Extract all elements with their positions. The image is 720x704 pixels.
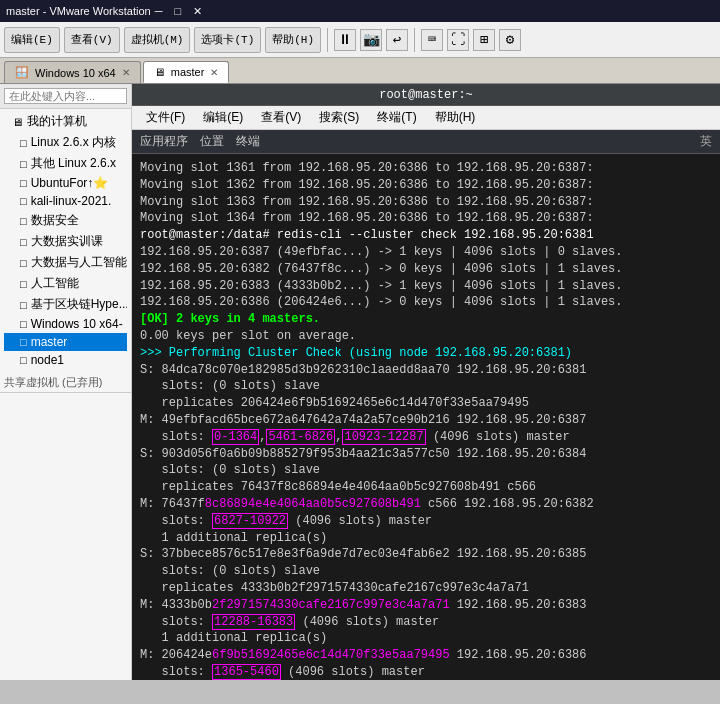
term-line-m3-slots: slots: 12288-16383 (4096 slots) master (140, 614, 712, 631)
term-line-6386: 192.168.95.20:6386 (206424e6...) -> 0 ke… (140, 294, 712, 311)
slot-box-2: 5461-6826 (266, 429, 335, 445)
vm-header: root@master:~ (132, 84, 720, 106)
ai-icon: □ (20, 278, 27, 290)
send-ctrl-alt-del-icon[interactable]: ⌨ (421, 29, 443, 51)
sidebar-item-win10[interactable]: □ Windows 10 x64- (4, 315, 127, 333)
slot-box-5: 12288-16383 (212, 614, 295, 630)
location-menu[interactable]: 位置 (200, 133, 224, 150)
vm-top-menubar: 应用程序 位置 终端 英 (132, 130, 720, 154)
kali-icon: □ (20, 195, 27, 207)
term-line-6383: 192.168.95.20:6383 (4333b0b2...) -> 1 ke… (140, 278, 712, 295)
fullscreen-icon[interactable]: ⛶ (447, 29, 469, 51)
view-menu-inner[interactable]: 查看(V) (253, 107, 309, 128)
search-input[interactable] (4, 88, 127, 104)
view-menu[interactable]: 查看(V) (64, 27, 120, 53)
sidebar: 🖥 我的计算机 □ Linux 2.6.x 内核 □ 其他 Linux 2.6.… (0, 84, 132, 680)
sidebar-item-my-computer-label: 我的计算机 (27, 113, 87, 130)
settings-icon[interactable]: ⚙ (499, 29, 521, 51)
computer-icon: 🖥 (12, 116, 23, 128)
sidebar-item-kali[interactable]: □ kali-linux-2021. (4, 192, 127, 210)
titlebar: master - VMware Workstation ─ □ ✕ (0, 0, 720, 22)
vm-top-menu-left: 应用程序 位置 终端 (140, 133, 260, 150)
minimize-icon[interactable]: ─ (151, 5, 167, 18)
pause-button[interactable]: ⏸ (334, 29, 356, 51)
sidebar-item-ubuntu[interactable]: □ UbuntuFor↑⭐ (4, 174, 127, 192)
term-line-m1-slots: slots: 0-1364,5461-6826,10923-12287 (409… (140, 429, 712, 446)
snapshot-icon[interactable]: 📷 (360, 29, 382, 51)
term-line-s2-slots: slots: (0 slots) slave (140, 462, 712, 479)
blockchain-icon: □ (20, 299, 27, 311)
term-line-m2-rep: 1 additional replica(s) (140, 530, 712, 547)
sidebar-section-my-computer: 🖥 我的计算机 □ Linux 2.6.x 内核 □ 其他 Linux 2.6.… (0, 109, 131, 371)
slot-box-6: 1365-5460 (212, 664, 281, 680)
sidebar-item-master[interactable]: □ master (4, 333, 127, 351)
win10-icon: □ (20, 318, 27, 330)
term-line-m1: M: 49efbfacd65bce672a647642a74a2a57ce90b… (140, 412, 712, 429)
sidebar-shared-section: 共享虚拟机 (已弃用) (0, 373, 131, 393)
edit-menu-inner[interactable]: 编辑(E) (195, 107, 251, 128)
bigdata-icon: □ (20, 236, 27, 248)
tab-master-close[interactable]: ✕ (210, 67, 218, 78)
edit-menu[interactable]: 编辑(E) (4, 27, 60, 53)
close-icon[interactable]: ✕ (189, 5, 206, 18)
sidebar-item-data-security[interactable]: □ 数据安全 (4, 210, 127, 231)
term-line-6382: 192.168.95.20:6382 (76437f8c...) -> 0 ke… (140, 261, 712, 278)
terminal-output[interactable]: Moving slot 1361 from 192.168.95.20:6386… (132, 154, 720, 680)
sidebar-search-area (0, 84, 131, 109)
slot-box-4: 6827-10922 (212, 513, 288, 529)
term-line-2: Moving slot 1362 from 192.168.95.20:6386… (140, 177, 712, 194)
sidebar-item-blockchain-label: 基于区块链Hype... (31, 296, 127, 313)
sidebar-item-node1[interactable]: □ node1 (4, 351, 127, 369)
sidebar-item-bigdata-ai-label: 大数据与人工智能 (31, 254, 127, 271)
term-line-performing: >>> Performing Cluster Check (using node… (140, 345, 712, 362)
search-menu[interactable]: 搜索(S) (311, 107, 367, 128)
vm-header-title: root@master:~ (379, 88, 473, 102)
term-line-m2-slots: slots: 6827-10922 (4096 slots) master (140, 513, 712, 530)
file-menu[interactable]: 文件(F) (138, 107, 193, 128)
revert-icon[interactable]: ↩ (386, 29, 408, 51)
toolbar-sep-2 (414, 28, 415, 52)
tab-win10-label: Windows 10 x64 (35, 67, 116, 79)
tab-win10[interactable]: 🪟 Windows 10 x64 ✕ (4, 61, 141, 83)
sidebar-item-master-label: master (31, 335, 68, 349)
sidebar-item-bigdata[interactable]: □ 大数据实训课 (4, 231, 127, 252)
tabbar: 🪟 Windows 10 x64 ✕ 🖥 master ✕ (0, 58, 720, 84)
tab-master[interactable]: 🖥 master ✕ (143, 61, 230, 83)
sidebar-item-kali-label: kali-linux-2021. (31, 194, 112, 208)
tab-menu[interactable]: 选项卡(T) (194, 27, 261, 53)
term-line-ok: [OK] 2 keys in 4 masters. (140, 311, 712, 328)
vm-inner-menubar: 文件(F) 编辑(E) 查看(V) 搜索(S) 终端(T) 帮助(H) (132, 106, 720, 130)
bigdata-ai-icon: □ (20, 257, 27, 269)
sidebar-item-other-linux[interactable]: □ 其他 Linux 2.6.x (4, 153, 127, 174)
tab-win10-close[interactable]: ✕ (122, 67, 130, 78)
sidebar-item-bigdata-ai[interactable]: □ 大数据与人工智能 (4, 252, 127, 273)
terminal-top-menu[interactable]: 终端 (236, 133, 260, 150)
term-line-s1-rep: replicates 206424e6f9b51692465e6c14d470f… (140, 395, 712, 412)
help-menu[interactable]: 帮助(H) (265, 27, 321, 53)
sidebar-item-my-computer[interactable]: 🖥 我的计算机 (4, 111, 127, 132)
linux-icon-2: □ (20, 158, 27, 170)
sidebar-item-ubuntu-label: UbuntuFor↑⭐ (31, 176, 109, 190)
sidebar-item-other-linux-label: 其他 Linux 2.6.x (31, 155, 116, 172)
term-line-m4: M: 206424e6f9b51692465e6c14d470f33e5aa79… (140, 647, 712, 664)
help-menu-inner[interactable]: 帮助(H) (427, 107, 484, 128)
sidebar-item-data-security-label: 数据安全 (31, 212, 79, 229)
sidebar-shared-label: 共享虚拟机 (已弃用) (4, 375, 102, 390)
term-line-1: Moving slot 1361 from 192.168.95.20:6386… (140, 160, 712, 177)
titlebar-title: master - VMware Workstation (6, 5, 151, 17)
sidebar-item-blockchain[interactable]: □ 基于区块链Hype... (4, 294, 127, 315)
tab-master-icon: 🖥 (154, 66, 165, 78)
sidebar-item-ai[interactable]: □ 人工智能 (4, 273, 127, 294)
vm-menu[interactable]: 虚拟机(M) (124, 27, 191, 53)
term-line-s2: S: 903d056f0a6b09b885279f953b4aa21c3a577… (140, 446, 712, 463)
term-line-s1-slots: slots: (0 slots) slave (140, 378, 712, 395)
sidebar-item-linux26[interactable]: □ Linux 2.6.x 内核 (4, 132, 127, 153)
restore-icon[interactable]: □ (170, 5, 185, 18)
toolbar-sep-1 (327, 28, 328, 52)
term-line-3: Moving slot 1363 from 192.168.95.20:6386… (140, 194, 712, 211)
app-menu[interactable]: 应用程序 (140, 133, 188, 150)
tab-master-label: master (171, 66, 205, 78)
term-line-m3: M: 4333b0b2f2971574330cafe2167c997e3c4a7… (140, 597, 712, 614)
terminal-menu[interactable]: 终端(T) (369, 107, 424, 128)
unity-icon[interactable]: ⊞ (473, 29, 495, 51)
